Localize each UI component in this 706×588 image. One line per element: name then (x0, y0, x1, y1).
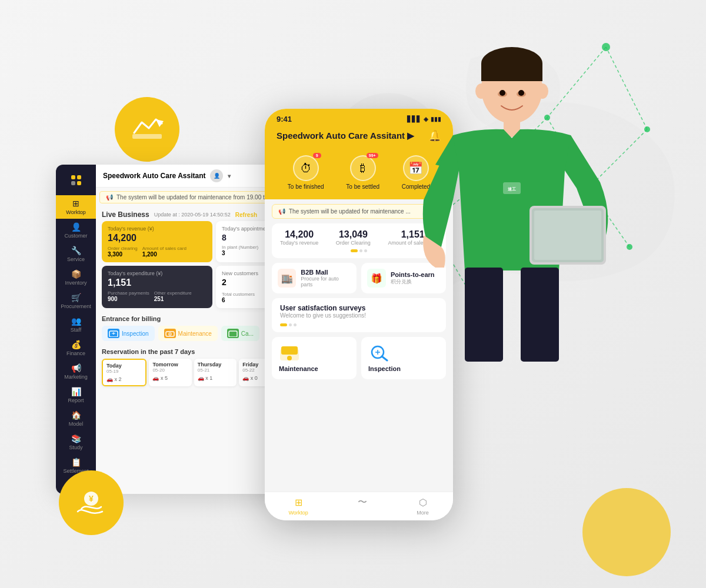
status-icons: ▋▋▋ ◈ ▮▮▮ (407, 116, 441, 122)
ca-btn-icon (227, 329, 239, 338)
staff-icon: 👥 (71, 316, 81, 326)
sidebar-item-service[interactable]: 🔧 Service (56, 242, 96, 266)
satisfaction-title: User satisfaction surveys (280, 304, 438, 312)
procurement-icon: 🛒 (71, 293, 81, 302)
sidebar-item-study[interactable]: 📚 Study (56, 430, 96, 454)
stat-completed[interactable]: 📅 Completed (402, 155, 430, 190)
metric-revenue-value: 14,200 (280, 229, 318, 240)
other-label: Other expenditure (154, 290, 192, 296)
sidebar-label-report: Report (68, 397, 84, 403)
in-plant-value: 3 (222, 250, 258, 256)
yellow-circle-bottom: ¥ (59, 470, 124, 535)
in-plant: In plant (Number) 3 (222, 245, 258, 256)
inventory-icon: 📦 (71, 269, 81, 279)
quick-inspection[interactable]: Inspection (361, 337, 446, 379)
dot-2 (359, 249, 362, 252)
sidebar: ⊞ Worktop 👤 Customer 🔧 Service 📦 Invento… (56, 165, 96, 494)
mobile-announcement-text: The system will be updated for maintenan… (289, 208, 411, 215)
today-date: 05-19 (106, 369, 142, 374)
worktop-icon: ⊞ (71, 199, 81, 208)
sat-dot-3 (294, 323, 297, 326)
svg-point-14 (468, 291, 474, 297)
metric-sales-value: 1,151 (388, 229, 438, 240)
sales-card-label: Amount of sales card (142, 246, 187, 251)
sidebar-item-inventory[interactable]: 📦 Inventory (56, 266, 96, 289)
metric-revenue-label: Today's revenue (280, 240, 318, 246)
order-clearing-value: 3,300 (108, 251, 138, 258)
logo-dot-3 (71, 181, 75, 185)
bell-icon[interactable]: 🔔 (428, 129, 441, 142)
sidebar-item-report[interactable]: 📊 Report (56, 383, 96, 407)
svg-point-24 (169, 333, 171, 335)
sidebar-label-customer: Customer (64, 233, 87, 239)
mobile-header-icons: 🔔 (428, 129, 441, 142)
sidebar-item-customer[interactable]: 👤 Customer (56, 219, 96, 242)
mobile-body[interactable]: 📢 The system will be updated for mainten… (265, 199, 453, 492)
billing-btn-ca[interactable]: Ca... (221, 326, 259, 341)
battery-icon: ▮▮▮ (431, 116, 441, 122)
expenditure-label: Today's expenditure (¥) (108, 270, 207, 276)
sidebar-label-marketing: Marketing (64, 374, 88, 380)
nav-more[interactable]: ⬡ More (411, 496, 435, 516)
sidebar-label-study: Study (69, 445, 82, 450)
nav-middle[interactable]: 〜 (350, 496, 375, 516)
expenditure-value: 1,151 (108, 278, 207, 288)
svg-rect-18 (132, 134, 162, 139)
billing-btn-inspection[interactable]: Inspection (102, 326, 155, 341)
expenditure-card: Today's expenditure (¥) 1,151 Purchase p… (102, 266, 212, 308)
refresh-button[interactable]: Refresh (235, 212, 257, 218)
completed-label: Completed (402, 183, 430, 190)
settlement-icon: 📋 (71, 457, 81, 467)
svg-rect-25 (229, 331, 237, 337)
order-clearing: Order clearing 3,300 (108, 246, 138, 258)
b2b-mall-card[interactable]: 🏬 B2B Mall Procure for auto parts (272, 263, 357, 293)
nav-middle-icon: 〜 (356, 496, 369, 509)
sidebar-item-staff[interactable]: 👥 Staff (56, 313, 96, 336)
thursday-date: 05-21 (198, 368, 233, 373)
revenue-sub-row: Order clearing 3,300 Amount of sales car… (108, 246, 207, 258)
sidebar-item-finance[interactable]: 💰 Finance (56, 336, 96, 360)
mobile-stats: ⏱ 9 To be finished ₿ 99+ To be settled 📅… (265, 151, 453, 199)
sidebar-item-worktop[interactable]: ⊞ Worktop (56, 195, 96, 219)
sidebar-label-finance: Finance (66, 350, 85, 356)
sidebar-item-marketing[interactable]: 📢 Marketing (56, 360, 96, 383)
quick-services-grid: Maintenance Inspection (272, 337, 446, 379)
study-icon: 📚 (71, 434, 81, 443)
stat-to-be-finished[interactable]: ⏱ 9 To be finished (288, 155, 324, 190)
mobile-time: 9:41 (277, 115, 292, 123)
service-icon: 🔧 (71, 246, 81, 255)
metrics-dots (280, 249, 438, 252)
tomorrow-date: 05-20 (152, 368, 188, 373)
nav-worktop[interactable]: ⊞ Worktop (282, 496, 314, 516)
inspection-label: Inspection (122, 330, 149, 337)
live-business-update: Update at : 2020-05-19 14:50:52 (154, 212, 231, 218)
mobile-metrics: 14,200 Today's revenue 13,049 Order Clea… (272, 223, 446, 258)
stat-to-be-settled[interactable]: ₿ 99+ To be settled (346, 155, 379, 190)
customer-icon: 👤 (71, 222, 81, 232)
other-exp: Other expenditure 251 (154, 290, 192, 302)
quick-maintenance[interactable]: Maintenance (272, 337, 357, 379)
b2b-info: B2B Mall Procure for auto parts (301, 269, 351, 288)
sales-card-value: 1,200 (142, 251, 187, 258)
svg-point-28 (287, 356, 292, 360)
completed-icon-wrap: 📅 (403, 155, 429, 181)
billing-btn-maintenance[interactable]: Maintenance (158, 326, 218, 341)
today-count: 🚗 x 2 (106, 376, 142, 382)
to-be-settled-badge: 99+ (367, 153, 378, 158)
points-sub: 积分兑换 (391, 278, 435, 286)
sidebar-item-model[interactable]: 🏠 Model (56, 407, 96, 430)
to-be-finished-icon-wrap: ⏱ 9 (293, 155, 319, 181)
model-icon: 🏠 (71, 410, 81, 420)
day-tomorrow: Tomorrow 05-20 🚗 x 5 (149, 359, 191, 386)
svg-rect-27 (281, 346, 298, 355)
to-be-finished-badge: 9 (313, 153, 321, 158)
revenue-label: Today's revenue (¥) (108, 226, 207, 232)
points-card[interactable]: 🎁 Points-to-earn 积分兑换 (361, 263, 446, 293)
sidebar-item-procurement[interactable]: 🛒 Procurement (56, 289, 96, 313)
sidebar-label-worktop: Worktop (66, 209, 85, 215)
sidebar-logo (65, 169, 86, 191)
money-hand-icon: ¥ (76, 489, 106, 516)
satisfaction-card[interactable]: User satisfaction surveys Welcome to giv… (272, 298, 446, 332)
svg-line-3 (547, 118, 588, 188)
svg-line-1 (488, 118, 547, 176)
